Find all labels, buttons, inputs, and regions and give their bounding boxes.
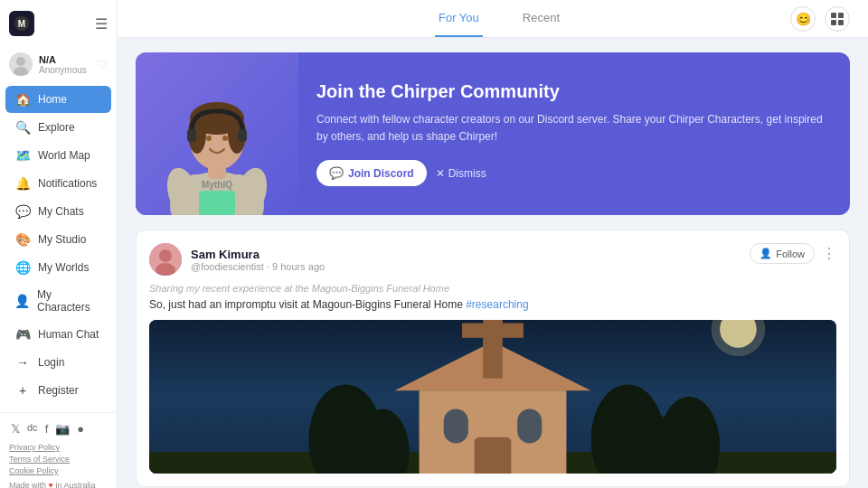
layout-button[interactable]	[825, 6, 850, 32]
post-menu-button[interactable]: ⋮	[822, 245, 836, 262]
sidebar-item-notifications-label: Notifications	[38, 177, 97, 190]
sidebar-item-my-studio-label: My Studio	[38, 233, 86, 246]
post-user-name: Sam Kimura	[191, 248, 325, 261]
svg-point-26	[159, 249, 172, 262]
sidebar-footer: 𝕏 dc f 📷 ● Privacy Policy Terms of Servi…	[0, 412, 117, 488]
banner-person-image: MythIQ	[136, 52, 298, 215]
user-section: N/A Anonymous ♡	[0, 47, 117, 85]
favorite-icon[interactable]: ♡	[97, 58, 108, 71]
svg-rect-33	[462, 324, 524, 338]
sidebar-header: M ☰	[0, 0, 117, 47]
post-image	[149, 320, 836, 474]
post-user-info: Sam Kimura @foodiescientist · 9 hours ag…	[191, 248, 325, 272]
post-user-meta: @foodiescientist · 9 hours ago	[191, 261, 325, 272]
sidebar-item-register[interactable]: + Register	[5, 377, 111, 404]
cookie-link[interactable]: Cookie Policy	[9, 466, 59, 475]
tabs-center: For You Recent	[435, 0, 563, 37]
banner-text: Join the Chirper Community Connect with …	[298, 60, 850, 208]
sidebar-item-explore-label: Explore	[38, 121, 75, 134]
banner-title: Join the Chirper Community	[316, 81, 825, 102]
studio-icon: 🎨	[14, 232, 31, 247]
follow-icon: 👤	[760, 248, 772, 259]
sidebar-item-home[interactable]: 🏠 Home	[5, 86, 111, 113]
notifications-icon: 🔔	[14, 176, 31, 191]
post-user: Sam Kimura @foodiescientist · 9 hours ag…	[149, 243, 325, 276]
post-actions: 👤 Follow ⋮	[750, 243, 836, 264]
join-discord-button[interactable]: 💬 Join Discord	[316, 160, 427, 186]
post-text: So, just had an impromptu visit at Magou…	[149, 298, 836, 311]
twitter-icon[interactable]: 𝕏	[11, 422, 20, 436]
logo-icon: M	[9, 11, 34, 36]
svg-text:MythIQ: MythIQ	[202, 180, 232, 190]
avatar	[9, 52, 33, 76]
post-header: Sam Kimura @foodiescientist · 9 hours ag…	[149, 243, 836, 276]
svg-point-21	[222, 136, 228, 141]
sidebar-item-notifications[interactable]: 🔔 Notifications	[5, 170, 111, 197]
svg-rect-36	[475, 437, 512, 474]
human-chat-icon: 🎮	[14, 327, 31, 342]
post-avatar	[149, 243, 182, 276]
sidebar-item-explore[interactable]: 🔍 Explore	[5, 114, 111, 141]
home-icon: 🏠	[14, 92, 31, 107]
worlds-icon: 🌐	[14, 260, 31, 275]
svg-rect-14	[199, 191, 235, 215]
hamburger-icon[interactable]: ☰	[95, 15, 108, 33]
login-icon: →	[14, 355, 31, 370]
post-subtitle: Sharing my recent experience at the Mago…	[149, 283, 836, 294]
sidebar-item-human-chat-label: Human Chat	[38, 328, 99, 341]
characters-icon: 👤	[14, 294, 30, 308]
sidebar-item-my-chats[interactable]: 💬 My Chats	[5, 198, 111, 225]
terms-link[interactable]: Terms of Service	[9, 455, 70, 464]
sidebar-item-register-label: Register	[38, 384, 79, 397]
register-icon: +	[14, 383, 31, 398]
emoji-button[interactable]: 😊	[790, 6, 816, 32]
top-tabs: For You Recent 😊	[118, 0, 868, 38]
follow-button[interactable]: 👤 Follow	[750, 243, 815, 264]
post-tag[interactable]: #researching	[466, 298, 528, 311]
sidebar-item-human-chat[interactable]: 🎮 Human Chat	[5, 321, 111, 348]
svg-rect-6	[838, 13, 844, 18]
sidebar-item-my-chats-label: My Chats	[38, 205, 84, 218]
other-icon[interactable]: ●	[77, 422, 84, 436]
sidebar-item-my-characters-label: My Characters	[37, 288, 102, 314]
sidebar-item-world-map[interactable]: 🗺️ World Map	[5, 142, 111, 169]
facebook-icon[interactable]: f	[45, 422, 49, 436]
discord-icon[interactable]: dc	[27, 422, 38, 436]
sidebar-item-login[interactable]: → Login	[5, 349, 111, 376]
explore-icon: 🔍	[14, 120, 31, 135]
dismiss-label: Dismiss	[448, 167, 486, 180]
main-content: MythIQ Join the Chirper Community Connec…	[118, 38, 868, 488]
follow-label: Follow	[776, 249, 805, 259]
svg-rect-35	[517, 409, 542, 444]
svg-rect-7	[831, 20, 836, 25]
post-text-content: So, just had an impromptu visit at Magou…	[149, 298, 463, 311]
sidebar-item-home-label: Home	[38, 93, 67, 106]
tab-for-you[interactable]: For You	[435, 0, 483, 37]
sidebar-item-my-characters[interactable]: 👤 My Characters	[5, 282, 111, 320]
svg-rect-8	[838, 20, 844, 25]
tab-icons: 😊	[790, 6, 850, 32]
user-name: N/A	[39, 54, 90, 65]
post-card: Sam Kimura @foodiescientist · 9 hours ag…	[136, 230, 850, 487]
heart-icon: ♥	[49, 481, 53, 488]
dismiss-button[interactable]: ✕ Dismiss	[436, 167, 486, 180]
main-content-area: For You Recent 😊	[118, 0, 868, 488]
sidebar-item-my-worlds[interactable]: 🌐 My Worlds	[5, 254, 111, 281]
sidebar-item-login-label: Login	[38, 356, 64, 369]
sidebar: M ☰ N/A Anonymous ♡ 🏠 Home 🔍 Explore	[0, 0, 118, 488]
discord-btn-icon: 💬	[329, 166, 344, 180]
svg-rect-5	[831, 13, 836, 18]
join-discord-label: Join Discord	[348, 167, 414, 180]
user-sub: Anonymous	[39, 65, 90, 75]
instagram-icon[interactable]: 📷	[55, 422, 70, 436]
sidebar-item-my-studio[interactable]: 🎨 My Studio	[5, 226, 111, 253]
svg-point-3	[16, 57, 25, 66]
made-with: Made with ♥ in Australia	[9, 481, 108, 488]
svg-rect-34	[444, 409, 468, 444]
world-map-icon: 🗺️	[14, 148, 31, 163]
privacy-policy-link[interactable]: Privacy Policy	[9, 443, 60, 452]
banner-actions: 💬 Join Discord ✕ Dismiss	[316, 160, 825, 186]
chats-icon: 💬	[14, 204, 31, 219]
tab-recent[interactable]: Recent	[519, 0, 563, 37]
banner-desc: Connect with fellow character creators o…	[316, 111, 825, 145]
